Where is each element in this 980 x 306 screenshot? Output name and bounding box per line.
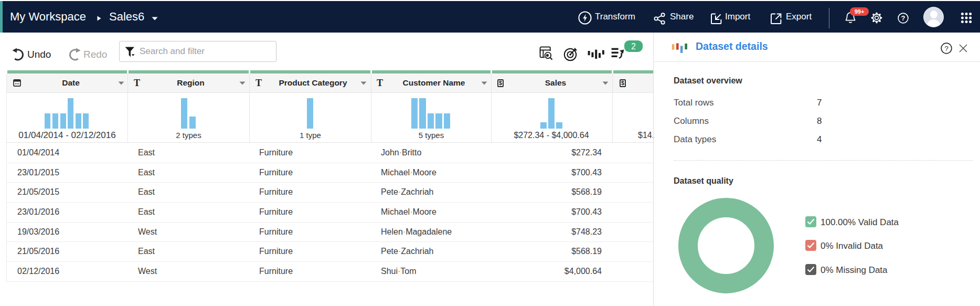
svg-text:?: ? xyxy=(901,14,906,22)
svg-text:?: ? xyxy=(944,45,948,52)
svg-text:$: $ xyxy=(621,80,624,86)
